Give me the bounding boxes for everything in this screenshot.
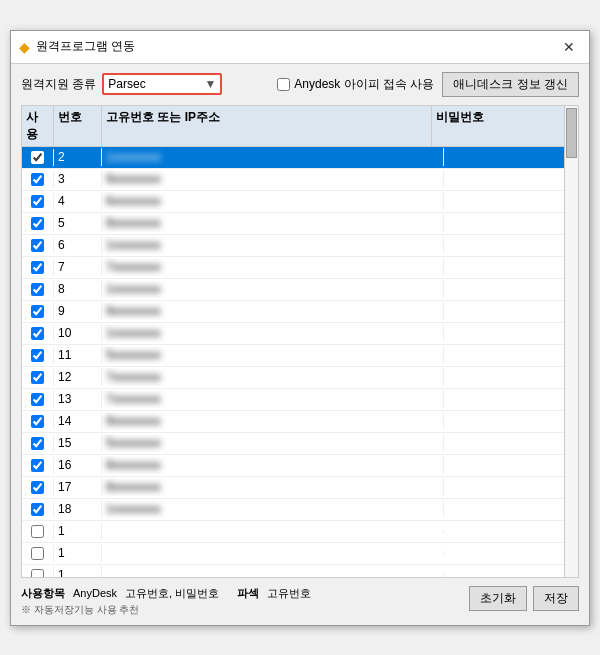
table-row[interactable]: 39xxxxxxxx [22,169,564,191]
cell-checkbox[interactable] [22,237,54,254]
row-checkbox[interactable] [31,525,44,538]
cell-num: 9 [54,302,102,320]
cell-checkbox[interactable] [22,435,54,452]
cell-checkbox[interactable] [22,523,54,540]
cell-id: 8xxxxxxxx [102,214,444,232]
table-row[interactable]: 58xxxxxxxx [22,213,564,235]
scrollbar[interactable] [564,106,578,577]
titlebar-left: ◆ 원격프로그램 연동 [19,38,135,55]
anydesk-checkbox[interactable] [277,78,290,91]
table-row[interactable]: 137xxxxxxxx [22,389,564,411]
cell-checkbox[interactable] [22,303,54,320]
cell-checkbox[interactable] [22,259,54,276]
table-row[interactable]: 181xxxxxxxx [22,499,564,521]
table-row[interactable]: 46xxxxxxxx [22,191,564,213]
cell-pw [444,529,564,533]
close-button[interactable]: ✕ [557,37,581,57]
row-checkbox[interactable] [31,547,44,560]
anydesk-checkbox-label[interactable]: Anydesk 아이피 접속 사용 [277,76,434,93]
cell-id: 5xxxxxxxx [102,346,444,364]
table-row[interactable]: 101xxxxxxxx [22,323,564,345]
cell-checkbox[interactable] [22,215,54,232]
footer-buttons: 초기화 저장 [469,586,579,611]
header-check: 사용 [22,106,54,146]
row-checkbox[interactable] [31,217,44,230]
row-checkbox[interactable] [31,261,44,274]
cell-checkbox[interactable] [22,281,54,298]
footer-row2: ※ 자동저장기능 사용 추천 [21,603,311,617]
reset-button[interactable]: 초기화 [469,586,527,611]
table-row[interactable]: 1 [22,565,564,577]
main-window: ◆ 원격프로그램 연동 ✕ 원격지원 종류 Parsec ▼ Anydesk 아… [10,30,590,626]
cell-num: 8 [54,280,102,298]
table-row[interactable]: 149xxxxxxxx [22,411,564,433]
cell-checkbox[interactable] [22,391,54,408]
table-row[interactable]: 21xxxxxxxx [22,147,564,169]
table-row[interactable]: 81xxxxxxxx [22,279,564,301]
type-dropdown[interactable]: Parsec ▼ [102,73,222,95]
row-checkbox[interactable] [31,239,44,252]
cell-checkbox[interactable] [22,545,54,562]
table-row[interactable]: 1 [22,521,564,543]
cell-checkbox[interactable] [22,501,54,518]
cell-checkbox[interactable] [22,347,54,364]
cell-checkbox[interactable] [22,171,54,188]
cell-id: 1xxxxxxxx [102,148,444,166]
row-checkbox[interactable] [31,173,44,186]
cell-checkbox[interactable] [22,413,54,430]
row-checkbox[interactable] [31,327,44,340]
refresh-button[interactable]: 애니데스크 정보 갱신 [442,72,579,97]
table-row[interactable]: 168xxxxxxxx [22,455,564,477]
row-checkbox[interactable] [31,371,44,384]
cell-checkbox[interactable] [22,479,54,496]
cell-pw [444,331,564,335]
cell-checkbox[interactable] [22,567,54,577]
row-checkbox[interactable] [31,437,44,450]
toolbar-right: Anydesk 아이피 접속 사용 애니데스크 정보 갱신 [277,72,579,97]
cell-checkbox[interactable] [22,149,54,166]
cell-id: 9xxxxxxxx [102,302,444,320]
cell-checkbox[interactable] [22,325,54,342]
table-row[interactable]: 77xxxxxxxx [22,257,564,279]
cell-pw [444,177,564,181]
toolbar-left: 원격지원 종류 Parsec ▼ [21,73,222,95]
footer-row1: 사용항목 AnyDesk 고유번호, 비밀번호 파섹 고유번호 [21,586,311,601]
row-checkbox[interactable] [31,481,44,494]
cell-id: 1xxxxxxxx [102,324,444,342]
footer-info: 사용항목 AnyDesk 고유번호, 비밀번호 파섹 고유번호 ※ 자동저장기능… [21,586,311,617]
row-checkbox[interactable] [31,503,44,516]
cell-num: 13 [54,390,102,408]
row-checkbox[interactable] [31,349,44,362]
row-checkbox[interactable] [31,393,44,406]
table-row[interactable]: 61xxxxxxxx [22,235,564,257]
row-checkbox[interactable] [31,195,44,208]
table-row[interactable]: 1 [22,543,564,565]
cell-id: 6xxxxxxxx [102,192,444,210]
footer-section1-label: 사용항목 [21,586,65,601]
cell-id [102,573,444,577]
cell-checkbox[interactable] [22,457,54,474]
cell-pw [444,463,564,467]
row-checkbox[interactable] [31,283,44,296]
save-button[interactable]: 저장 [533,586,579,611]
row-checkbox[interactable] [31,415,44,428]
cell-checkbox[interactable] [22,193,54,210]
row-checkbox[interactable] [31,151,44,164]
cell-num: 10 [54,324,102,342]
cell-num: 17 [54,478,102,496]
table-row[interactable]: 155xxxxxxxx [22,433,564,455]
footer-section2-label: 파섹 [237,586,259,601]
table-row[interactable]: 99xxxxxxxx [22,301,564,323]
cell-checkbox[interactable] [22,369,54,386]
table-row[interactable]: 127xxxxxxxx [22,367,564,389]
table-row[interactable]: 115xxxxxxxx [22,345,564,367]
row-checkbox[interactable] [31,459,44,472]
header-pw: 비밀번호 [432,106,552,146]
cell-pw [444,155,564,159]
scroll-thumb[interactable] [566,108,577,158]
row-checkbox[interactable] [31,569,44,577]
row-checkbox[interactable] [31,305,44,318]
cell-id: 7xxxxxxxx [102,258,444,276]
table-row[interactable]: 178xxxxxxxx [22,477,564,499]
footer-note: ※ 자동저장기능 사용 추천 [21,603,139,617]
